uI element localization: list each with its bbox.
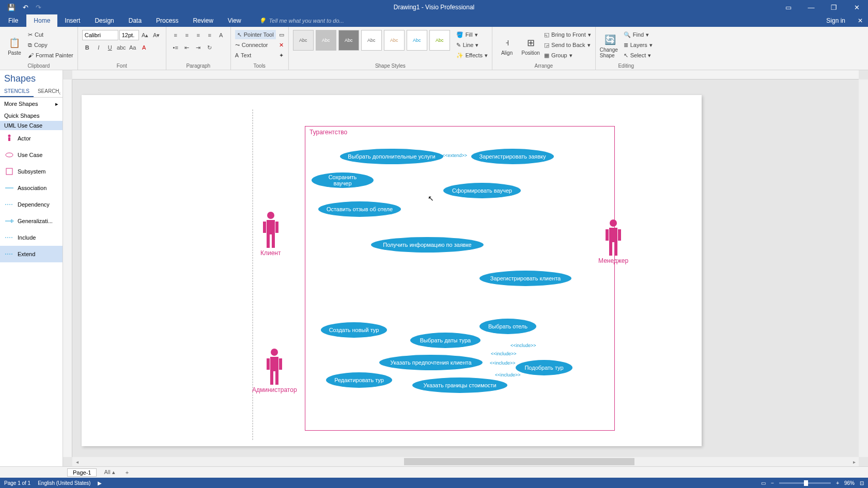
usecase[interactable]: Указать предпочтения клиента (379, 355, 483, 370)
increase-font-icon[interactable]: A▴ (140, 30, 150, 40)
font-name-input[interactable] (82, 30, 118, 40)
canvas[interactable]: Турагентство (72, 80, 859, 457)
underline-button[interactable]: U (105, 42, 115, 53)
tab-design[interactable]: Design (87, 14, 121, 27)
bullets-icon[interactable]: •≡ (171, 42, 181, 53)
usecase[interactable]: Зарегистрировать клиента (479, 271, 571, 286)
style-swatch[interactable]: Abc (429, 30, 450, 51)
quick-shapes-button[interactable]: Quick Shapes (0, 111, 63, 121)
maximize-button[interactable]: ❐ (823, 0, 845, 14)
usecase[interactable]: Сформировать ваучер (443, 183, 521, 198)
language-indicator[interactable]: English (United States) (38, 480, 90, 486)
shape-generalization[interactable]: Generalizati... (0, 213, 63, 229)
valign-icon[interactable]: A (216, 30, 226, 40)
shape-extend[interactable]: Extend (0, 246, 63, 262)
line-button[interactable]: ✎ Line ▾ (456, 40, 488, 50)
pointer-tool-button[interactable]: ↖ Pointer Tool (235, 30, 276, 39)
style-swatch[interactable]: Abc (338, 30, 359, 51)
zoom-out-icon[interactable]: − (771, 480, 774, 486)
close-button[interactable]: ✕ (845, 0, 868, 14)
text-tool-button[interactable]: A Text (235, 51, 276, 60)
cancel-tool-icon[interactable]: ✕ (279, 40, 284, 50)
bold-button[interactable]: B (82, 42, 92, 53)
cut-button[interactable]: ✂ Cut (28, 30, 73, 39)
case-button[interactable]: Aa (128, 42, 138, 53)
position-button[interactable]: ⊞Position (520, 30, 541, 62)
usecase[interactable]: Выбрать даты тура (410, 333, 481, 348)
style-swatch[interactable]: Abc (361, 30, 382, 51)
shape-include[interactable]: Include (0, 229, 63, 246)
minimize-button[interactable]: — (800, 0, 823, 14)
more-shapes-button[interactable]: More Shapes▸ (0, 98, 63, 111)
shape-subsystem[interactable]: Subsystem (0, 163, 63, 180)
usecase[interactable]: Указать границы стоимости (412, 377, 507, 393)
shape-actor[interactable]: Actor (0, 130, 63, 147)
paste-button[interactable]: 📋 Paste (4, 30, 25, 62)
doc-close-icon[interactable]: ✕ (853, 14, 868, 27)
actor-client[interactable]: Клиент (260, 211, 281, 257)
align-button[interactable]: ⫞Align (497, 30, 517, 62)
style-swatch[interactable]: Abc (384, 30, 405, 51)
actor-admin[interactable]: Администратор (252, 348, 297, 393)
style-swatch[interactable]: Abc (293, 30, 314, 51)
align-center-icon[interactable]: ≡ (182, 30, 192, 40)
shape-association[interactable]: Association (0, 180, 63, 196)
decrease-font-icon[interactable]: A▾ (151, 30, 162, 40)
effects-button[interactable]: ✨ Effects ▾ (456, 51, 488, 60)
usecase[interactable]: Выбрать дополнительные услуги (340, 149, 443, 164)
zoom-in-icon[interactable]: + (836, 480, 839, 486)
usecase[interactable]: Выбрать отель (479, 319, 536, 334)
bring-front-button[interactable]: ◱ Bring to Front ▾ (544, 30, 591, 39)
usecase[interactable]: Редактировать тур (326, 372, 392, 388)
tell-me-search[interactable]: 💡 Tell me what you want to do... (259, 14, 344, 27)
format-painter-button[interactable]: 🖌 Format Painter (28, 51, 73, 60)
connection-point-icon[interactable]: ✦ (279, 51, 284, 60)
scroll-left-icon[interactable]: ◂ (72, 459, 82, 465)
usecase[interactable]: Оставить отзыв об отеле (318, 201, 401, 217)
style-swatch[interactable]: Abc (407, 30, 427, 51)
stencils-tab[interactable]: STENCILS (0, 86, 34, 97)
align-right-icon[interactable]: ≡ (193, 30, 204, 40)
tab-data[interactable]: Data (121, 14, 149, 27)
style-swatch[interactable]: Abc (316, 30, 336, 51)
fit-page-icon[interactable]: ⊡ (860, 480, 864, 486)
save-icon[interactable]: 💾 (7, 4, 16, 11)
vertical-scrollbar[interactable] (859, 80, 868, 457)
font-size-input[interactable] (119, 30, 139, 40)
usecase[interactable]: Получить информацию по заявке (371, 237, 484, 253)
page-tab[interactable]: Page-1 (67, 468, 97, 477)
fill-button[interactable]: 🪣 Fill ▾ (456, 30, 488, 39)
copy-button[interactable]: ⧉ Copy (28, 40, 73, 50)
tab-review[interactable]: Review (185, 14, 220, 27)
tab-file[interactable]: File (0, 14, 26, 27)
tab-insert[interactable]: Insert (57, 14, 87, 27)
add-page-button[interactable]: + (122, 469, 132, 476)
rotate-text-icon[interactable]: ↻ (205, 42, 215, 53)
usecase[interactable]: Зарегистрировать заявку (471, 149, 554, 164)
shape-use-case[interactable]: Use Case (0, 147, 63, 163)
redo-icon[interactable]: ↷ (36, 4, 41, 11)
actor-manager[interactable]: Менеджер (598, 219, 628, 264)
layers-button[interactable]: ≣ Layers ▾ (624, 40, 653, 50)
connector-tool-button[interactable]: ⤳ Connector (235, 40, 276, 50)
italic-button[interactable]: I (94, 42, 104, 53)
align-left-icon[interactable]: ≡ (171, 30, 181, 40)
usecase[interactable]: Создать новый тур (321, 322, 387, 338)
sign-in-link[interactable]: Sign in (819, 14, 853, 27)
shape-dependency[interactable]: Dependency (0, 196, 63, 213)
group-button[interactable]: ▦ Group ▾ (544, 51, 591, 60)
strike-button[interactable]: abc (116, 42, 127, 53)
justify-icon[interactable]: ≡ (205, 30, 215, 40)
all-pages-button[interactable]: All ▴ (101, 469, 118, 476)
send-back-button[interactable]: ◲ Send to Back ▾ (544, 40, 591, 50)
scroll-thumb[interactable] (404, 458, 634, 465)
undo-icon[interactable]: ↶ (23, 4, 28, 11)
font-color-button[interactable]: A (139, 42, 149, 53)
rectangle-tool-icon[interactable]: ▭ (279, 30, 284, 39)
scroll-right-icon[interactable]: ▸ (849, 459, 859, 465)
zoom-value[interactable]: 96% (844, 480, 855, 486)
zoom-slider[interactable] (779, 482, 831, 484)
change-shape-button[interactable]: 🔄Change Shape (600, 30, 621, 62)
outdent-icon[interactable]: ⇤ (182, 42, 192, 53)
tab-process[interactable]: Process (149, 14, 185, 27)
